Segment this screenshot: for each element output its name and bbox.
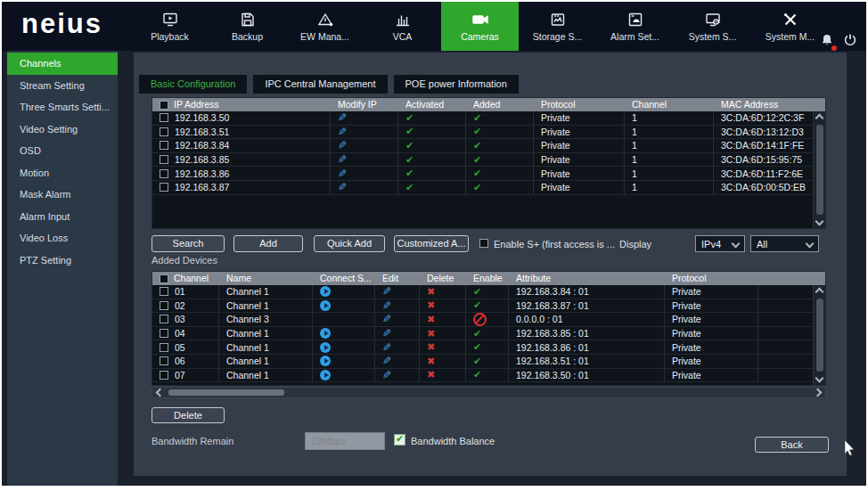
scroll-down-icon[interactable] xyxy=(815,217,824,226)
connect-play-icon[interactable] xyxy=(320,300,331,311)
customized-add-button[interactable]: Customized A... xyxy=(394,235,469,252)
row-checkbox[interactable] xyxy=(160,343,168,352)
row-checkbox[interactable] xyxy=(160,287,168,296)
toolbar-item-storage-s[interactable]: Storage S... xyxy=(519,2,596,51)
edit-icon[interactable]: ✎ xyxy=(338,112,347,123)
table-row[interactable]: 192.168.3.84✎✔✔Private13C:DA:6D:14:1F:FE xyxy=(152,139,813,153)
toolbar-item-playback[interactable]: Playback xyxy=(131,2,209,51)
table-row[interactable]: 192.168.3.51✎✔✔Private13C:DA:6D:13:12:D3 xyxy=(152,126,813,140)
sidebar-item-video-loss[interactable]: Video Loss xyxy=(7,227,118,250)
hscrollbar-thumb[interactable] xyxy=(168,389,284,396)
delete-icon[interactable]: ✖ xyxy=(427,329,435,339)
toolbar-item-cameras[interactable]: Cameras xyxy=(441,2,519,51)
connect-play-icon[interactable] xyxy=(320,286,331,297)
sidebar-item-motion[interactable]: Motion xyxy=(7,162,118,184)
quick-add-button[interactable]: Quick Add xyxy=(314,235,385,252)
scroll-up-icon[interactable] xyxy=(815,114,824,123)
row-checkbox[interactable] xyxy=(160,155,168,164)
lower-table-hscrollbar[interactable] xyxy=(151,387,826,398)
table-row[interactable]: 07Channel 1✎✖✔192.168.3.50 : 01Private xyxy=(152,369,813,383)
row-checkbox[interactable] xyxy=(160,315,168,323)
select-all-checkbox[interactable] xyxy=(160,101,168,110)
edit-icon[interactable]: ✎ xyxy=(382,314,391,324)
alarm-bell-icon[interactable] xyxy=(820,33,834,51)
toolbar-item-alarm-set[interactable]: Alarm Set... xyxy=(596,2,674,51)
bandwidth-balance-checkbox[interactable] xyxy=(394,434,405,446)
edit-icon[interactable]: ✎ xyxy=(382,342,391,353)
row-checkbox[interactable] xyxy=(160,183,168,192)
row-checkbox[interactable] xyxy=(160,127,168,136)
table-row[interactable]: 03Channel 3✎✖0.0.0.0 : 01Private xyxy=(152,313,813,327)
delete-icon[interactable]: ✖ xyxy=(427,370,435,380)
row-checkbox[interactable] xyxy=(160,301,168,310)
row-checkbox[interactable] xyxy=(160,141,168,150)
ip-version-select[interactable]: IPv4 xyxy=(695,235,745,252)
sidebar-item-channels[interactable]: Channels xyxy=(7,53,118,75)
delete-icon[interactable]: ✖ xyxy=(427,315,435,324)
sidebar-item-stream-setting[interactable]: Stream Setting xyxy=(7,75,118,97)
toolbar-item-system-s[interactable]: System S... xyxy=(674,2,751,51)
tab-basic-configuration[interactable]: Basic Configuration xyxy=(139,75,247,94)
enable-s-checkbox[interactable] xyxy=(479,239,488,248)
select-all-checkbox[interactable] xyxy=(160,274,168,283)
scroll-left-icon[interactable] xyxy=(156,389,165,397)
scroll-right-icon[interactable] xyxy=(814,389,823,397)
delete-icon[interactable]: ✖ xyxy=(427,287,435,297)
edit-icon[interactable]: ✎ xyxy=(338,182,347,192)
toolbar-item-backup[interactable]: Backup xyxy=(209,2,286,51)
device-filter-select[interactable]: All xyxy=(750,235,819,252)
add-button[interactable]: Add xyxy=(233,235,303,252)
delete-icon[interactable]: ✖ xyxy=(427,356,435,366)
connect-play-icon[interactable] xyxy=(320,342,331,353)
sidebar-item-osd[interactable]: OSD xyxy=(7,140,118,162)
tab-ipc-central-management[interactable]: IPC Central Management xyxy=(253,75,387,94)
toolbar-item-system-m[interactable]: System M... xyxy=(751,2,829,51)
table-row[interactable]: 05Channel 1✎✖✔192.168.3.86 : 01Private xyxy=(152,340,813,355)
edit-icon[interactable]: ✎ xyxy=(382,300,391,311)
lower-table-scrollbar[interactable] xyxy=(813,285,825,385)
edit-icon[interactable]: ✎ xyxy=(338,168,347,179)
delete-button[interactable]: Delete xyxy=(151,407,225,423)
row-checkbox[interactable] xyxy=(160,169,168,178)
table-row[interactable]: 192.168.3.85✎✔✔Private13C:DA:6D:15:95:75 xyxy=(152,153,813,168)
scrollbar-thumb[interactable] xyxy=(816,125,823,215)
row-checkbox[interactable] xyxy=(160,113,168,122)
table-row[interactable]: 04Channel 1✎✖✔192.168.3.85 : 01Private xyxy=(152,327,813,341)
edit-icon[interactable]: ✎ xyxy=(382,356,391,366)
table-row[interactable]: 192.168.3.87✎✔✔Private13C:DA:6D:00:5D:EB xyxy=(152,181,813,195)
tab-poe-power-information[interactable]: POE power Information xyxy=(394,75,519,94)
scroll-up-icon[interactable] xyxy=(815,288,824,297)
upper-table-scrollbar[interactable] xyxy=(813,111,825,228)
sidebar-item-three-smarts-setti[interactable]: Three Smarts Setti... xyxy=(7,96,118,119)
edit-icon[interactable]: ✎ xyxy=(338,154,347,165)
edit-icon[interactable]: ✎ xyxy=(382,286,391,297)
search-button[interactable]: Search xyxy=(151,235,225,252)
sidebar-item-video-setting[interactable]: Video Setting xyxy=(7,119,118,141)
toolbar-item-ew-mana[interactable]: EW Mana... xyxy=(286,2,364,51)
scrollbar-thumb[interactable] xyxy=(816,299,823,372)
sidebar-item-mask-alarm[interactable]: Mask Alarm xyxy=(7,184,118,206)
row-checkbox[interactable] xyxy=(160,356,168,365)
edit-icon[interactable]: ✎ xyxy=(382,370,391,381)
delete-icon[interactable]: ✖ xyxy=(427,300,435,310)
scroll-down-icon[interactable] xyxy=(815,374,824,383)
table-row[interactable]: 02Channel 1✎✖✔192.168.3.87 : 01Private xyxy=(152,299,813,314)
table-row[interactable]: 06Channel 1✎✖✔192.168.3.51 : 01Private xyxy=(152,355,813,369)
edit-icon[interactable]: ✎ xyxy=(382,328,391,339)
edit-icon[interactable]: ✎ xyxy=(338,127,347,137)
edit-icon[interactable]: ✎ xyxy=(338,140,347,151)
table-row[interactable]: 192.168.3.86✎✔✔Private13C:DA:6D:11:F2:6E xyxy=(152,167,813,181)
sidebar-item-ptz-setting[interactable]: PTZ Setting xyxy=(7,250,118,272)
delete-icon[interactable]: ✖ xyxy=(427,342,435,352)
sidebar-item-alarm-input[interactable]: Alarm Input xyxy=(7,206,118,228)
table-row[interactable]: 01Channel 1✎✖✔192.168.3.84 : 01Private xyxy=(152,285,813,299)
power-icon[interactable] xyxy=(843,33,857,51)
connect-play-icon[interactable] xyxy=(320,328,331,339)
toolbar-item-vca[interactable]: VCA xyxy=(364,2,441,51)
table-row[interactable]: 192.168.3.50✎✔✔Private13C:DA:6D:12:2C:3F xyxy=(152,111,813,126)
connect-play-icon[interactable] xyxy=(320,356,331,366)
back-button[interactable]: Back xyxy=(755,437,829,453)
row-checkbox[interactable] xyxy=(160,371,168,380)
row-checkbox[interactable] xyxy=(160,329,168,338)
connect-play-icon[interactable] xyxy=(320,370,331,381)
